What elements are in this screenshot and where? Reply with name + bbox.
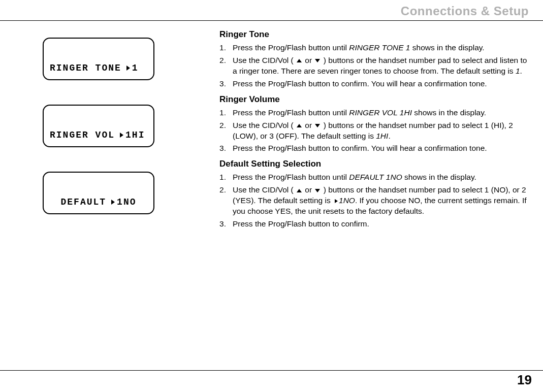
- text: Use the CID/Vol (: [233, 121, 296, 129]
- lcd-screen-default: DEFAULT 1NO: [43, 172, 154, 214]
- text: shows in the display.: [412, 108, 486, 117]
- lcd-screen-ringer-tone: RINGER TONE 1: [43, 38, 154, 80]
- list-item: Use the CID/Vol ( or ) buttons or the ha…: [219, 55, 529, 77]
- steps-ringer-tone: Press the Prog/Flash button until RINGER…: [219, 43, 529, 89]
- list-item: Use the CID/Vol ( or ) buttons or the ha…: [219, 185, 529, 217]
- list-item: Press the Prog/Flash button to confirm.: [219, 219, 529, 230]
- text-italic: RINGER TONE 1: [349, 43, 410, 52]
- text-italic: 1HI: [376, 132, 388, 140]
- heading-ringer-volume: Ringer Volume: [219, 94, 529, 105]
- heading-ringer-tone: Ringer Tone: [219, 29, 529, 40]
- page-header: Connections & Setup: [401, 4, 529, 18]
- lcd-label: RINGER TONE: [50, 63, 121, 73]
- text: .: [388, 132, 390, 140]
- text-italic: 1NO: [339, 196, 355, 205]
- text: .: [520, 67, 522, 75]
- lcd-value: 1NO: [117, 197, 136, 207]
- list-item: Press the Prog/Flash button until DEFAUL…: [219, 172, 529, 183]
- steps-ringer-volume: Press the Prog/Flash button until RINGER…: [219, 108, 529, 154]
- text: shows in the display.: [410, 43, 484, 52]
- text: shows in the display.: [402, 173, 476, 181]
- text: Use the CID/Vol (: [233, 56, 296, 64]
- triangle-right-icon: [126, 66, 130, 71]
- triangle-down-icon: [315, 189, 320, 192]
- text: or: [303, 185, 314, 194]
- triangle-up-icon: [297, 189, 302, 192]
- text-italic: RINGER VOL 1HI: [349, 108, 412, 117]
- triangle-right-icon: [120, 133, 123, 138]
- text: Press the Prog/Flash button until: [233, 43, 349, 52]
- lcd-text: RINGER VOL 1HI: [50, 130, 145, 140]
- list-item: Press the Prog/Flash button to confirm. …: [219, 143, 529, 154]
- triangle-right-icon: [335, 199, 338, 203]
- triangle-down-icon: [315, 59, 320, 62]
- triangle-up-icon: [297, 124, 302, 127]
- page-number: 19: [517, 372, 532, 388]
- text: Press the Prog/Flash button until: [233, 108, 349, 117]
- text: or: [303, 56, 314, 64]
- triangle-up-icon: [297, 59, 302, 62]
- list-item: Use the CID/Vol ( or ) buttons or the ha…: [219, 120, 529, 142]
- top-rule: [0, 20, 543, 21]
- lcd-value: 1: [132, 63, 139, 73]
- triangle-right-icon: [111, 200, 115, 205]
- text-italic: 1: [516, 67, 520, 75]
- content-body: Ringer Tone Press the Prog/Flash button …: [219, 29, 529, 233]
- lcd-label: DEFAULT: [60, 197, 106, 207]
- text: Press the Prog/Flash button until: [233, 173, 349, 181]
- lcd-illustrations: RINGER TONE 1 RINGER VOL 1HI DEFAULT 1NO: [43, 38, 154, 239]
- text: or: [303, 121, 314, 129]
- list-item: Press the Prog/Flash button until RINGER…: [219, 108, 529, 118]
- list-item: Press the Prog/Flash button until RINGER…: [219, 43, 529, 53]
- list-item: Press the Prog/Flash button to confirm. …: [219, 79, 529, 89]
- lcd-screen-ringer-vol: RINGER VOL 1HI: [43, 105, 154, 147]
- lcd-label: RINGER VOL: [50, 130, 115, 140]
- steps-default-setting: Press the Prog/Flash button until DEFAUL…: [219, 172, 529, 230]
- lcd-text: DEFAULT 1NO: [44, 197, 153, 207]
- text: Use the CID/Vol (: [233, 185, 296, 194]
- lcd-text: RINGER TONE 1: [50, 63, 139, 73]
- triangle-down-icon: [315, 124, 320, 127]
- heading-default-setting: Default Setting Selection: [219, 159, 529, 169]
- bottom-rule: [0, 370, 543, 371]
- text-italic: DEFAULT 1NO: [349, 173, 402, 181]
- lcd-value: 1HI: [125, 130, 145, 140]
